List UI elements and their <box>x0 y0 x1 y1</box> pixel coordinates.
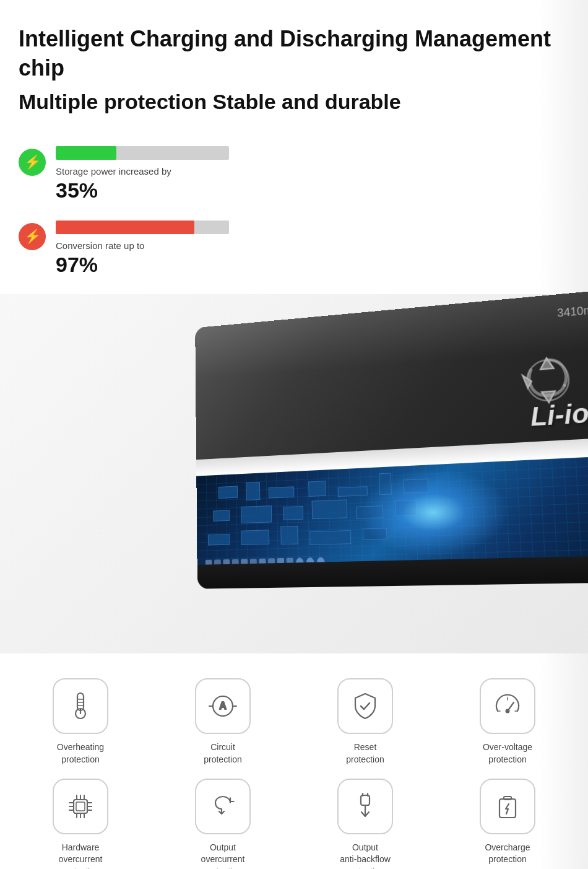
stat-value-red: 97% <box>56 252 229 277</box>
pcb-comp-16 <box>280 526 298 544</box>
battery-top-casing: 3410m Li-ion <box>195 289 588 460</box>
stat-label-green: Storage power increased by <box>56 165 229 178</box>
pcb-comp-2 <box>246 482 260 500</box>
protection-item-overheating: Overheatingprotection <box>12 678 149 766</box>
pcb-comp-14 <box>208 535 230 546</box>
protection-icon-box-overheating <box>53 678 108 734</box>
svg-rect-1 <box>77 693 84 710</box>
stat-content-green: Storage power increased by 35% <box>56 146 229 203</box>
protection-label-reset: Resetprotection <box>346 741 384 766</box>
chip-icon <box>64 790 97 823</box>
svg-rect-36 <box>504 797 511 800</box>
arrow-loop-icon <box>207 790 239 823</box>
protection-section: Overheatingprotection A Circuitprotectio… <box>0 653 588 869</box>
bar-fill-red <box>56 221 194 234</box>
pcb-comp-9 <box>241 505 272 523</box>
protection-item-circuit: A Circuitprotection <box>155 678 291 766</box>
protection-item-output-overcurrent: Outputovercurrentprotection <box>155 779 291 869</box>
protection-label-circuit: Circuitprotection <box>204 741 241 766</box>
battery-pcb <box>196 456 588 589</box>
header-section: Intelligent Charging and Discharging Man… <box>0 0 588 146</box>
svg-point-12 <box>506 710 509 713</box>
stat-row-green: ⚡ Storage power increased by 35% <box>19 146 569 203</box>
battery-image: 3410m Li-ion <box>0 294 588 653</box>
protection-icon-box-circuit: A <box>195 678 251 734</box>
battery-capacity: 3410m <box>557 304 588 320</box>
protection-grid: Overheatingprotection A Circuitprotectio… <box>12 678 576 869</box>
protection-label-overvoltage: Over-voltageprotection <box>483 741 532 766</box>
protection-icon-box-output-overcurrent <box>195 779 251 834</box>
svg-rect-31 <box>361 795 370 805</box>
title-line2: Multiple protection Stable and durable <box>19 88 569 115</box>
plug-arrow-icon <box>349 790 381 823</box>
protection-icon-box-output-antibackflow <box>337 779 393 834</box>
bar-container-red <box>56 221 229 234</box>
svg-text:A: A <box>219 701 227 711</box>
ammeter-icon: A <box>207 690 239 722</box>
battery-body: 3410m Li-ion <box>195 289 588 590</box>
page-container: Intelligent Charging and Discharging Man… <box>0 0 588 869</box>
protection-item-overcharge: Overchargeprotection <box>439 779 576 869</box>
stat-label-red: Conversion rate up to <box>56 239 229 252</box>
pcb-comp-4 <box>308 481 326 497</box>
protection-item-overvoltage: Over-voltageprotection <box>439 678 576 766</box>
bar-container-green <box>56 146 229 160</box>
stat-content-red: Conversion rate up to 97% <box>56 221 229 277</box>
title-line1: Intelligent Charging and Discharging Man… <box>19 25 569 83</box>
thermometer-icon <box>64 690 97 722</box>
protection-label-overheating: Overheatingprotection <box>57 741 104 766</box>
bolt-icon-red: ⚡ <box>19 223 46 250</box>
protection-label-output-antibackflow: Outputanti-backflowprotection <box>340 842 391 869</box>
protection-item-output-antibackflow: Outputanti-backflowprotection <box>297 779 433 869</box>
battery-bolt-icon <box>491 790 524 823</box>
pcb-comp-8 <box>213 510 230 522</box>
protection-icon-box-hardware-overcurrent <box>53 779 108 834</box>
protection-item-reset: Resetprotection <box>297 678 433 766</box>
protection-label-hardware-overcurrent: Hardwareovercurrentprotection <box>59 842 103 869</box>
pcb-comp-1 <box>218 486 238 499</box>
pcb-comp-3 <box>269 487 295 499</box>
protection-label-output-overcurrent: Outputovercurrentprotection <box>201 842 245 869</box>
pcb-comp-11 <box>312 500 348 520</box>
bolt-icon-green: ⚡ <box>19 149 46 176</box>
pcb-comp-10 <box>283 506 303 520</box>
shield-check-icon <box>349 690 381 722</box>
stat-value-green: 35% <box>56 178 229 203</box>
pcb-glow <box>358 465 511 559</box>
battery-brand: Li-ion <box>530 397 588 432</box>
pcb-comp-17 <box>309 531 351 546</box>
protection-icon-box-reset <box>337 678 393 734</box>
svg-rect-17 <box>76 802 85 811</box>
protection-item-hardware-overcurrent: Hardwareovercurrentprotection <box>12 779 149 869</box>
bar-fill-green <box>56 146 116 160</box>
protection-icon-box-overvoltage <box>480 678 535 734</box>
stats-section: ⚡ Storage power increased by 35% ⚡ Conve… <box>0 146 588 277</box>
protection-icon-box-overcharge <box>480 779 535 834</box>
stat-row-red: ⚡ Conversion rate up to 97% <box>19 221 569 277</box>
protection-label-overcharge: Overchargeprotection <box>485 842 530 866</box>
speedometer-icon <box>491 690 524 722</box>
pcb-comp-15 <box>241 530 269 546</box>
